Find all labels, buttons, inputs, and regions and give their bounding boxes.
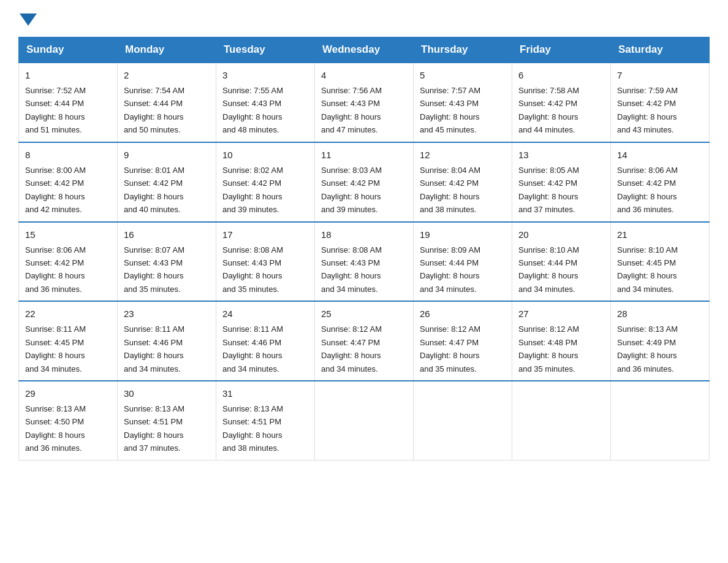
- day-number: 12: [420, 148, 506, 163]
- calendar-cell: 2Sunrise: 7:54 AMSunset: 4:44 PMDaylight…: [118, 63, 216, 142]
- day-number: 1: [25, 68, 111, 83]
- column-header-friday: Friday: [512, 37, 611, 63]
- calendar-cell: 29Sunrise: 8:13 AMSunset: 4:50 PMDayligh…: [19, 381, 118, 460]
- day-info: Sunrise: 8:08 AMSunset: 4:43 PMDaylight:…: [321, 243, 407, 296]
- day-number: 29: [25, 386, 111, 401]
- day-info: Sunrise: 7:52 AMSunset: 4:44 PMDaylight:…: [25, 84, 111, 137]
- calendar-cell: 4Sunrise: 7:56 AMSunset: 4:43 PMDaylight…: [315, 63, 414, 142]
- day-info: Sunrise: 8:04 AMSunset: 4:42 PMDaylight:…: [420, 164, 506, 216]
- calendar-week-row: 22Sunrise: 8:11 AMSunset: 4:45 PMDayligh…: [19, 301, 710, 381]
- day-number: 22: [25, 307, 111, 321]
- calendar-cell: 22Sunrise: 8:11 AMSunset: 4:45 PMDayligh…: [19, 301, 118, 381]
- calendar-cell: 19Sunrise: 8:09 AMSunset: 4:44 PMDayligh…: [414, 222, 512, 302]
- day-number: 26: [420, 307, 506, 321]
- day-info: Sunrise: 8:08 AMSunset: 4:43 PMDaylight:…: [222, 243, 308, 296]
- calendar-cell: 6Sunrise: 7:58 AMSunset: 4:42 PMDaylight…: [512, 63, 611, 142]
- day-number: 24: [222, 307, 308, 321]
- day-number: 3: [222, 68, 308, 83]
- day-number: 30: [124, 386, 210, 401]
- calendar-header-row: SundayMondayTuesdayWednesdayThursdayFrid…: [19, 37, 710, 63]
- day-number: 15: [25, 228, 111, 242]
- calendar-cell: 31Sunrise: 8:13 AMSunset: 4:51 PMDayligh…: [216, 381, 315, 460]
- day-info: Sunrise: 8:09 AMSunset: 4:44 PMDaylight:…: [420, 243, 506, 296]
- day-number: 19: [420, 228, 506, 242]
- calendar-week-row: 8Sunrise: 8:00 AMSunset: 4:42 PMDaylight…: [19, 142, 710, 222]
- day-info: Sunrise: 8:10 AMSunset: 4:44 PMDaylight:…: [518, 243, 604, 296]
- column-header-tuesday: Tuesday: [216, 37, 315, 63]
- calendar-table: SundayMondayTuesdayWednesdayThursdayFrid…: [18, 37, 710, 461]
- calendar-cell: 25Sunrise: 8:12 AMSunset: 4:47 PMDayligh…: [315, 301, 414, 381]
- day-info: Sunrise: 7:58 AMSunset: 4:42 PMDaylight:…: [518, 84, 604, 137]
- day-number: 8: [25, 148, 111, 163]
- calendar-cell: 16Sunrise: 8:07 AMSunset: 4:43 PMDayligh…: [118, 222, 216, 302]
- column-header-wednesday: Wednesday: [315, 37, 414, 63]
- calendar-cell: 11Sunrise: 8:03 AMSunset: 4:42 PMDayligh…: [315, 142, 414, 222]
- day-info: Sunrise: 8:01 AMSunset: 4:42 PMDaylight:…: [124, 164, 210, 216]
- calendar-cell: 20Sunrise: 8:10 AMSunset: 4:44 PMDayligh…: [512, 222, 611, 302]
- day-info: Sunrise: 7:56 AMSunset: 4:43 PMDaylight:…: [321, 84, 407, 137]
- day-number: 25: [321, 307, 407, 321]
- calendar-cell: 9Sunrise: 8:01 AMSunset: 4:42 PMDaylight…: [118, 142, 216, 222]
- calendar-cell: 18Sunrise: 8:08 AMSunset: 4:43 PMDayligh…: [315, 222, 414, 302]
- day-info: Sunrise: 8:05 AMSunset: 4:42 PMDaylight:…: [518, 164, 604, 216]
- calendar-cell: [414, 381, 512, 460]
- day-info: Sunrise: 8:12 AMSunset: 4:47 PMDaylight:…: [321, 323, 407, 375]
- day-info: Sunrise: 8:11 AMSunset: 4:45 PMDaylight:…: [25, 323, 111, 375]
- calendar-cell: 30Sunrise: 8:13 AMSunset: 4:51 PMDayligh…: [118, 381, 216, 460]
- day-number: 28: [617, 307, 703, 321]
- calendar-week-row: 29Sunrise: 8:13 AMSunset: 4:50 PMDayligh…: [19, 381, 710, 460]
- day-number: 13: [518, 148, 604, 163]
- calendar-cell: 13Sunrise: 8:05 AMSunset: 4:42 PMDayligh…: [512, 142, 611, 222]
- day-info: Sunrise: 8:12 AMSunset: 4:48 PMDaylight:…: [518, 323, 604, 375]
- day-number: 10: [222, 148, 308, 163]
- calendar-cell: 14Sunrise: 8:06 AMSunset: 4:42 PMDayligh…: [611, 142, 710, 222]
- day-number: 14: [617, 148, 703, 163]
- day-info: Sunrise: 7:59 AMSunset: 4:42 PMDaylight:…: [617, 84, 703, 137]
- calendar-cell: 24Sunrise: 8:11 AMSunset: 4:46 PMDayligh…: [216, 301, 315, 381]
- logo: [18, 12, 38, 26]
- calendar-cell: 7Sunrise: 7:59 AMSunset: 4:42 PMDaylight…: [611, 63, 710, 142]
- day-number: 7: [617, 68, 703, 83]
- column-header-saturday: Saturday: [611, 37, 710, 63]
- day-number: 11: [321, 148, 407, 163]
- day-info: Sunrise: 7:57 AMSunset: 4:43 PMDaylight:…: [420, 84, 506, 137]
- day-info: Sunrise: 8:03 AMSunset: 4:42 PMDaylight:…: [321, 164, 407, 216]
- calendar-week-row: 15Sunrise: 8:06 AMSunset: 4:42 PMDayligh…: [19, 222, 710, 302]
- day-info: Sunrise: 7:55 AMSunset: 4:43 PMDaylight:…: [222, 84, 308, 137]
- calendar-cell: [512, 381, 611, 460]
- day-number: 27: [518, 307, 604, 321]
- day-number: 9: [124, 148, 210, 163]
- calendar-cell: [611, 381, 710, 460]
- day-info: Sunrise: 8:11 AMSunset: 4:46 PMDaylight:…: [124, 323, 210, 375]
- day-number: 20: [518, 228, 604, 242]
- calendar-cell: 12Sunrise: 8:04 AMSunset: 4:42 PMDayligh…: [414, 142, 512, 222]
- day-info: Sunrise: 8:13 AMSunset: 4:51 PMDaylight:…: [222, 402, 308, 455]
- calendar-cell: [315, 381, 414, 460]
- calendar-cell: 8Sunrise: 8:00 AMSunset: 4:42 PMDaylight…: [19, 142, 118, 222]
- calendar-cell: 26Sunrise: 8:12 AMSunset: 4:47 PMDayligh…: [414, 301, 512, 381]
- calendar-cell: 3Sunrise: 7:55 AMSunset: 4:43 PMDaylight…: [216, 63, 315, 142]
- day-info: Sunrise: 8:07 AMSunset: 4:43 PMDaylight:…: [124, 243, 210, 296]
- calendar-cell: 17Sunrise: 8:08 AMSunset: 4:43 PMDayligh…: [216, 222, 315, 302]
- calendar-cell: 28Sunrise: 8:13 AMSunset: 4:49 PMDayligh…: [611, 301, 710, 381]
- calendar-cell: 21Sunrise: 8:10 AMSunset: 4:45 PMDayligh…: [611, 222, 710, 302]
- calendar-cell: 23Sunrise: 8:11 AMSunset: 4:46 PMDayligh…: [118, 301, 216, 381]
- day-info: Sunrise: 8:06 AMSunset: 4:42 PMDaylight:…: [25, 243, 111, 296]
- day-info: Sunrise: 8:06 AMSunset: 4:42 PMDaylight:…: [617, 164, 703, 216]
- calendar-week-row: 1Sunrise: 7:52 AMSunset: 4:44 PMDaylight…: [19, 63, 710, 142]
- day-number: 31: [222, 386, 308, 401]
- calendar-cell: 27Sunrise: 8:12 AMSunset: 4:48 PMDayligh…: [512, 301, 611, 381]
- day-number: 16: [124, 228, 210, 242]
- calendar-cell: 15Sunrise: 8:06 AMSunset: 4:42 PMDayligh…: [19, 222, 118, 302]
- day-info: Sunrise: 8:11 AMSunset: 4:46 PMDaylight:…: [222, 323, 308, 375]
- day-number: 18: [321, 228, 407, 242]
- day-info: Sunrise: 8:10 AMSunset: 4:45 PMDaylight:…: [617, 243, 703, 296]
- page-header: [18, 12, 710, 26]
- column-header-thursday: Thursday: [414, 37, 512, 63]
- logo-triangle-icon: [20, 13, 37, 26]
- day-number: 21: [617, 228, 703, 242]
- day-info: Sunrise: 8:12 AMSunset: 4:47 PMDaylight:…: [420, 323, 506, 375]
- column-header-sunday: Sunday: [19, 37, 118, 63]
- day-number: 5: [420, 68, 506, 83]
- day-number: 23: [124, 307, 210, 321]
